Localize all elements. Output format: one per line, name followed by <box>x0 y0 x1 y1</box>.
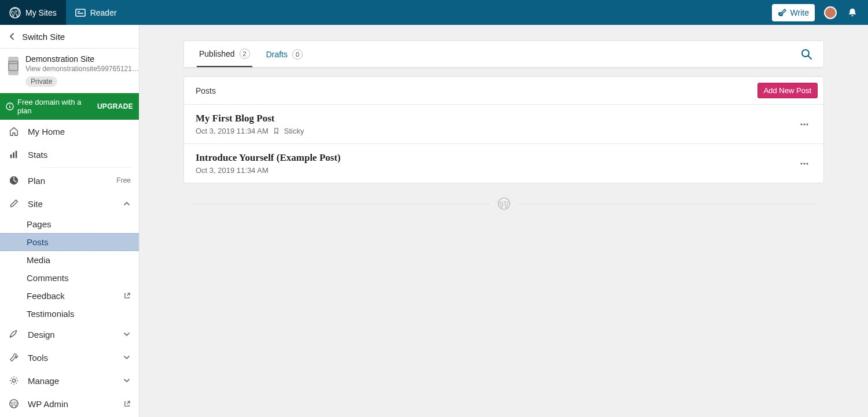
masterbar-my-sites[interactable]: My Sites <box>0 0 66 25</box>
site-url: View demonstrationsite599765121… <box>25 65 139 73</box>
upsell-banner[interactable]: Free domain with a plan UPGRADE <box>0 93 139 120</box>
chevron-up-icon <box>123 200 131 208</box>
notifications-bell-icon[interactable] <box>847 8 858 18</box>
external-link-icon <box>123 292 131 300</box>
nav-stats[interactable]: Stats <box>0 143 139 166</box>
footer-wordpress-logo <box>183 197 824 210</box>
site-block[interactable]: Demonstration Site View demonstrationsit… <box>0 49 139 93</box>
chevron-down-icon <box>123 353 131 361</box>
tabs-card: Published 2 Drafts 0 <box>183 40 824 68</box>
svg-point-18 <box>804 123 806 125</box>
nav-label: Stats <box>28 150 131 160</box>
nav-label: Tools <box>28 353 115 363</box>
nav-site[interactable]: Site <box>0 192 139 215</box>
svg-point-17 <box>801 123 803 125</box>
tab-label: Drafts <box>266 50 288 59</box>
svg-rect-9 <box>10 154 12 158</box>
sub-feedback[interactable]: Feedback <box>0 287 139 305</box>
site-name: Demonstration Site <box>25 54 139 64</box>
design-icon <box>8 329 20 339</box>
nav-plan[interactable]: Plan Free <box>0 169 139 192</box>
sub-pages[interactable]: Pages <box>0 215 139 233</box>
post-date: Oct 3, 2019 11:34 AM <box>196 127 269 135</box>
search-icon[interactable] <box>800 48 816 61</box>
post-title: Introduce Yourself (Example Post) <box>196 152 341 164</box>
nav-tools[interactable]: Tools <box>0 346 139 369</box>
svg-point-8 <box>9 104 10 105</box>
svg-rect-1 <box>76 9 85 16</box>
masterbar-reader[interactable]: Reader <box>66 0 126 25</box>
sub-label: Pages <box>27 219 52 229</box>
add-new-post-button[interactable]: Add New Post <box>757 83 818 98</box>
upsell-text: Free domain with a plan <box>17 98 97 115</box>
post-row[interactable]: Introduce Yourself (Example Post) Oct 3,… <box>184 143 823 183</box>
write-button[interactable]: Write <box>772 4 815 21</box>
write-button-label: Write <box>790 8 809 17</box>
post-tabs: Published 2 Drafts 0 <box>184 41 823 68</box>
nav-label: WP Admin <box>28 399 115 409</box>
wrench-icon <box>8 352 20 363</box>
nav-wp-admin[interactable]: WP Admin <box>0 392 139 415</box>
nav-label: Plan <box>28 176 108 186</box>
chevron-down-icon <box>123 377 131 385</box>
sub-testimonials[interactable]: Testimonials <box>0 305 139 323</box>
site-icon <box>8 57 19 75</box>
post-date: Oct 3, 2019 11:34 AM <box>196 166 269 175</box>
svg-point-19 <box>807 123 808 125</box>
post-sticky-label: Sticky <box>284 127 304 135</box>
tab-count: 0 <box>292 49 303 60</box>
svg-point-21 <box>804 163 806 164</box>
tab-published[interactable]: Published 2 <box>197 41 252 67</box>
svg-rect-11 <box>16 151 17 158</box>
plan-icon <box>8 175 20 186</box>
sub-posts[interactable]: Posts <box>0 233 139 251</box>
post-row[interactable]: My First Blog Post Oct 3, 2019 11:34 AM … <box>184 104 823 143</box>
svg-rect-10 <box>13 152 14 158</box>
pencil-icon <box>8 198 20 209</box>
write-icon <box>778 8 787 17</box>
tab-label: Published <box>199 49 235 58</box>
sub-label: Comments <box>27 273 69 283</box>
posts-card: Posts Add New Post My First Blog Post Oc… <box>183 76 824 183</box>
svg-line-16 <box>808 56 811 59</box>
sub-media[interactable]: Media <box>0 251 139 269</box>
sub-label: Posts <box>27 237 49 247</box>
avatar[interactable] <box>824 6 837 19</box>
posts-header: Posts Add New Post <box>184 77 823 104</box>
sub-comments[interactable]: Comments <box>0 269 139 287</box>
svg-point-15 <box>802 50 809 57</box>
main-content: Published 2 Drafts 0 Posts Add New Post <box>139 25 868 417</box>
wordpress-icon <box>9 7 21 19</box>
svg-point-13 <box>12 379 15 382</box>
more-icon[interactable] <box>797 117 812 132</box>
upsell-cta: UPGRADE <box>97 102 133 110</box>
switch-site-label: Switch Site <box>22 32 65 42</box>
info-icon <box>6 102 14 110</box>
chevron-down-icon <box>123 330 131 338</box>
reader-icon <box>75 8 86 18</box>
tab-drafts[interactable]: Drafts 0 <box>264 41 305 67</box>
nav-label: Design <box>28 330 115 339</box>
sub-label: Media <box>27 255 50 265</box>
more-icon[interactable] <box>797 156 812 171</box>
privacy-badge: Private <box>25 76 57 87</box>
tab-count: 2 <box>240 49 250 59</box>
home-icon <box>8 126 20 136</box>
sidebar: Switch Site Demonstration Site View demo… <box>0 25 139 417</box>
sub-label: Testimonials <box>27 309 75 319</box>
masterbar-reader-label: Reader <box>90 8 117 17</box>
switch-site[interactable]: Switch Site <box>0 25 139 49</box>
nav-manage[interactable]: Manage <box>0 369 139 392</box>
wordpress-icon <box>8 398 20 409</box>
masterbar-my-sites-label: My Sites <box>25 8 57 17</box>
nav-design[interactable]: Design <box>0 323 139 346</box>
nav-label: Site <box>28 199 115 209</box>
masterbar: My Sites Reader Write <box>0 0 868 25</box>
post-title: My First Blog Post <box>196 113 304 124</box>
svg-rect-4 <box>9 61 18 71</box>
nav-my-home[interactable]: My Home <box>0 120 139 143</box>
nav-label: My Home <box>28 127 131 136</box>
chevron-left-icon <box>8 32 16 40</box>
svg-point-23 <box>498 198 510 209</box>
external-link-icon <box>123 400 131 408</box>
